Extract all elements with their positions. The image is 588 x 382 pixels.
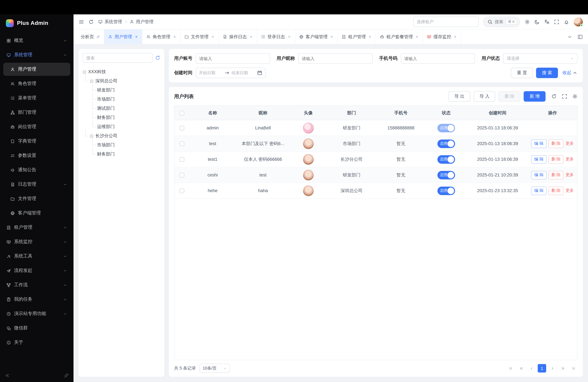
- tree-node-XXX科技[interactable]: XXX科技: [83, 67, 160, 76]
- collapse-sidebar-button[interactable]: [5, 373, 10, 378]
- prev-group-button[interactable]: [517, 364, 525, 373]
- sidebar-item-系统管理[interactable]: 系统管理: [3, 48, 70, 62]
- sidebar-item-岗位管理[interactable]: 岗位管理: [3, 120, 70, 133]
- sidebar-item-工作流[interactable]: 工作流: [3, 278, 70, 292]
- tree-node-运维部门[interactable]: 运维部门: [83, 122, 160, 131]
- filter-text-input[interactable]: [302, 56, 369, 61]
- tree-expander-icon[interactable]: [90, 79, 93, 83]
- tree-refresh-button[interactable]: [155, 55, 160, 61]
- sidebar-item-部门管理[interactable]: 部门管理: [3, 106, 70, 119]
- sidebar-item-演示站专用功能[interactable]: 演示站专用功能: [3, 307, 70, 320]
- filter-input[interactable]: [196, 53, 270, 64]
- edit-button[interactable]: 编 辑: [531, 186, 546, 195]
- status-toggle[interactable]: 启用: [437, 186, 455, 195]
- filter-text-input[interactable]: [199, 56, 267, 61]
- prev-page-button[interactable]: [527, 364, 536, 373]
- notifications-bell-button[interactable]: [564, 19, 569, 24]
- row-avatar-image[interactable]: [303, 138, 314, 149]
- row-avatar-image[interactable]: [303, 122, 314, 133]
- sidebar-item-系统监控[interactable]: 系统监控: [3, 235, 70, 248]
- edit-button[interactable]: 编 辑: [531, 155, 546, 164]
- refresh-page-button[interactable]: [88, 19, 94, 24]
- filter-text-input[interactable]: [404, 56, 472, 61]
- sidebar-item-系统工具[interactable]: 系统工具: [3, 250, 70, 263]
- edit-button[interactable]: 编 辑: [531, 139, 546, 148]
- table-settings-button[interactable]: [572, 94, 578, 99]
- delete-button[interactable]: 删 除: [548, 155, 564, 164]
- sidebar-item-租户管理[interactable]: 租户管理: [3, 221, 70, 234]
- tree-expander-icon[interactable]: [83, 70, 86, 74]
- tab-layout-button[interactable]: [576, 32, 585, 41]
- sidebar-item-角色管理[interactable]: 角色管理: [3, 77, 70, 90]
- close-tab-icon[interactable]: [287, 35, 291, 39]
- delete-button[interactable]: 删 除: [548, 171, 564, 179]
- status-toggle[interactable]: 启用: [437, 155, 455, 164]
- import-button[interactable]: 导 入: [474, 91, 495, 102]
- go-first-button[interactable]: [506, 364, 515, 373]
- tab-文件管理[interactable]: 文件管理: [181, 29, 219, 44]
- sidebar-item-字典管理[interactable]: 字典管理: [3, 135, 70, 148]
- row-checkbox[interactable]: [180, 173, 184, 177]
- app-logo[interactable]: Plus Admin: [0, 14, 74, 32]
- tree-search-input[interactable]: [83, 53, 152, 63]
- tab-客户端管理[interactable]: 客户端管理: [295, 29, 338, 44]
- status-toggle[interactable]: 启用: [437, 171, 455, 179]
- sidebar-item-客户端管理[interactable]: 客户端管理: [3, 207, 70, 220]
- bulk-delete-button[interactable]: 删 除: [499, 91, 521, 102]
- table-refresh-button[interactable]: [551, 94, 557, 99]
- filter-input[interactable]: [298, 53, 373, 64]
- close-tab-icon[interactable]: [173, 35, 176, 39]
- sidebar-item-流程发起[interactable]: 流程发起: [3, 264, 70, 277]
- collapse-filters-link[interactable]: 收起: [563, 70, 578, 76]
- sidebar-item-概览[interactable]: 概览: [3, 34, 70, 47]
- tab-list-dropdown-button[interactable]: [565, 32, 574, 41]
- more-button[interactable]: 更多: [566, 188, 574, 193]
- tab-操作日志[interactable]: 操作日志: [219, 29, 257, 44]
- date-range-picker[interactable]: 开始日期 结束日期: [196, 68, 266, 78]
- pin-icon[interactable]: [96, 35, 100, 39]
- select-all-checkbox[interactable]: [180, 111, 184, 115]
- global-search-button[interactable]: 搜索 ⌘ K: [483, 17, 520, 27]
- delete-button[interactable]: 删 除: [548, 139, 564, 148]
- search-button[interactable]: 搜 索: [536, 68, 558, 78]
- next-page-button[interactable]: [548, 364, 557, 373]
- row-avatar-image[interactable]: [303, 154, 314, 165]
- tab-用户管理[interactable]: 用户管理: [104, 29, 142, 44]
- tab-租户管理[interactable]: 租户管理: [338, 29, 376, 44]
- close-tab-icon[interactable]: [453, 35, 457, 39]
- export-button[interactable]: 导 出: [448, 91, 470, 102]
- row-checkbox[interactable]: [180, 157, 184, 162]
- more-button[interactable]: 更多: [566, 156, 574, 162]
- dark-mode-moon-button[interactable]: [534, 19, 540, 24]
- tree-node-财务部门[interactable]: 财务部门: [83, 150, 160, 159]
- status-toggle[interactable]: 启用: [437, 124, 455, 132]
- filter-select[interactable]: 请选择: [503, 53, 578, 64]
- close-tab-icon[interactable]: [415, 35, 419, 39]
- filter-input[interactable]: [401, 53, 475, 64]
- close-tab-icon[interactable]: [249, 35, 253, 39]
- sidebar-pin-button[interactable]: [64, 373, 69, 378]
- sidebar-item-用户管理[interactable]: 用户管理: [3, 63, 70, 76]
- delete-button[interactable]: 删 除: [548, 186, 564, 195]
- tree-expander-icon[interactable]: [90, 134, 93, 138]
- next-group-button[interactable]: [559, 364, 567, 373]
- more-button[interactable]: 更多: [566, 172, 574, 178]
- reset-button[interactable]: 重 置: [511, 68, 533, 78]
- close-tab-icon[interactable]: [134, 35, 138, 39]
- sidebar-item-文件管理[interactable]: 文件管理: [3, 192, 70, 205]
- go-last-button[interactable]: [569, 364, 578, 373]
- close-tab-icon[interactable]: [330, 35, 334, 39]
- sidebar-item-关于[interactable]: 关于: [3, 336, 70, 349]
- row-avatar-image[interactable]: [303, 185, 314, 196]
- translate-button[interactable]: [544, 19, 549, 24]
- edit-button[interactable]: 编 辑: [531, 171, 546, 179]
- user-avatar[interactable]: [574, 17, 583, 26]
- table-fullscreen-button[interactable]: [562, 94, 567, 99]
- page-size-select[interactable]: 10条/页: [200, 364, 230, 373]
- sidebar-item-日志管理[interactable]: 日志管理: [3, 178, 70, 191]
- sidebar-item-我的任务[interactable]: 我的任务: [3, 293, 70, 306]
- row-checkbox[interactable]: [180, 141, 184, 146]
- tab-租户套餐管理[interactable]: 租户套餐管理: [376, 29, 423, 44]
- tenant-select-input[interactable]: [413, 17, 478, 27]
- tab-缓存监控[interactable]: 缓存监控: [423, 29, 461, 44]
